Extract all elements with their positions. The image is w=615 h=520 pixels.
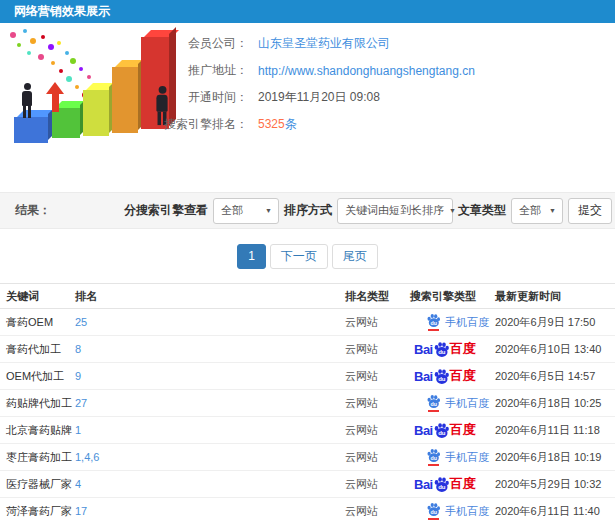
engine-cell: du 手机百度: [410, 390, 495, 417]
baidu-paw-icon: du: [426, 448, 441, 463]
engine-filter-selected: 全部: [221, 203, 243, 218]
company-row: 会员公司： 山东皇圣堂药业有限公司: [150, 30, 475, 57]
keyword-cell: 枣庄膏药加工: [0, 444, 75, 471]
svg-text:du: du: [438, 349, 446, 355]
open-time-value: 2019年11月20日 09:08: [258, 89, 380, 106]
rank-cell[interactable]: 25: [75, 309, 345, 336]
next-page-button[interactable]: 下一页: [270, 244, 328, 269]
baidu-paw-icon: du: [433, 368, 450, 385]
article-type-select[interactable]: 全部 ▼: [511, 198, 563, 224]
keyword-cell: 北京膏药贴牌: [0, 417, 75, 444]
last-page-button[interactable]: 尾页: [332, 244, 378, 269]
table-row: 医疗器械厂家4云网站 Bai du百度2020年5月29日 10:32: [0, 471, 615, 498]
updated-cell: 2020年6月5日 14:57: [495, 363, 615, 390]
keyword-cell: 菏泽膏药厂家: [0, 498, 75, 520]
keyword-cell: 医疗器械厂家: [0, 471, 75, 498]
baidu-paw-icon: du: [433, 476, 450, 493]
baidu-paw-icon: du: [433, 422, 450, 439]
svg-text:du: du: [431, 455, 437, 461]
rank-cell[interactable]: 27: [75, 390, 345, 417]
mobile-baidu-icon: du: [426, 313, 441, 331]
chart-bar-green: [52, 108, 80, 138]
company-label: 会员公司：: [150, 35, 248, 52]
updated-cell: 2020年6月11日 11:18: [495, 417, 615, 444]
rank-type-cell: 云网站: [345, 417, 410, 444]
red-underline: [428, 464, 439, 466]
mobile-baidu-icon: du: [426, 394, 441, 412]
chart-bar-blue: [14, 117, 48, 143]
engine-cell: Bai du百度: [410, 417, 495, 444]
baidu-paw-icon: du: [426, 502, 441, 517]
col-engine-type: 搜索引擎类型: [410, 284, 495, 309]
engine-cell: Bai du百度: [410, 336, 495, 363]
rank-cell[interactable]: 8: [75, 336, 345, 363]
rank-type-cell: 云网站: [345, 309, 410, 336]
updated-cell: 2020年6月18日 10:25: [495, 390, 615, 417]
baidu-paw-icon: du: [433, 341, 450, 358]
rank-type-cell: 云网站: [345, 336, 410, 363]
updated-cell: 2020年6月11日 11:40: [495, 498, 615, 520]
engine-rank-value: 5325条: [258, 116, 297, 133]
baidu-bai-text: Bai: [414, 423, 433, 438]
rank-cell[interactable]: 9: [75, 363, 345, 390]
svg-text:du: du: [438, 430, 446, 436]
rank-cell[interactable]: 4: [75, 471, 345, 498]
rank-cell[interactable]: 17: [75, 498, 345, 520]
sort-select[interactable]: 关键词由短到长排序 ▼: [337, 198, 453, 224]
svg-text:du: du: [431, 320, 437, 326]
mobile-baidu-label: 手机百度: [445, 450, 489, 465]
red-underline: [428, 410, 439, 412]
svg-text:du: du: [431, 401, 437, 407]
engine-cell: du 手机百度: [410, 309, 495, 336]
baidu-bai-text: Bai: [414, 342, 433, 357]
rank-type-cell: 云网站: [345, 498, 410, 520]
table-row: OEM代加工9云网站 Bai du百度2020年6月5日 14:57: [0, 363, 615, 390]
article-type-selected: 全部: [519, 203, 541, 218]
svg-text:du: du: [431, 509, 437, 515]
table-header: 关键词 排名 排名类型 搜索引擎类型 最新更新时间: [0, 284, 615, 309]
engine-filter-select[interactable]: 全部 ▼: [213, 198, 279, 224]
red-underline: [428, 329, 439, 331]
baidu-bai-text: Bai: [414, 477, 433, 492]
chevron-down-icon: ▼: [265, 207, 272, 214]
keyword-cell: 膏药OEM: [0, 309, 75, 336]
engine-rank-row: 搜索引擎排名： 5325条: [150, 111, 475, 138]
chevron-down-icon: ▼: [549, 207, 556, 214]
promo-url-link[interactable]: http://www.shandonghuangshengtang.cn: [258, 64, 475, 78]
rank-type-cell: 云网站: [345, 444, 410, 471]
rank-count-suffix: 条: [285, 117, 297, 131]
table-row: 枣庄膏药加工1,4,6云网站 du 手机百度2020年6月18日 10:19: [0, 444, 615, 471]
businessman-figure-left: [20, 83, 34, 118]
rank-cell[interactable]: 1: [75, 417, 345, 444]
svg-text:du: du: [438, 376, 446, 382]
baidu-paw-icon: du: [426, 313, 441, 328]
submit-button[interactable]: 提交: [568, 198, 612, 224]
baidu-paw-icon: du: [426, 394, 441, 409]
rank-type-cell: 云网站: [345, 363, 410, 390]
mobile-baidu-icon: du: [426, 502, 441, 520]
page-1-button[interactable]: 1: [237, 244, 266, 269]
sort-selected: 关键词由短到长排序: [345, 203, 444, 218]
rank-type-cell: 云网站: [345, 390, 410, 417]
table-row: 膏药代加工8云网站 Bai du百度2020年6月10日 13:40: [0, 336, 615, 363]
keyword-cell: 膏药代加工: [0, 336, 75, 363]
col-updated: 最新更新时间: [495, 284, 615, 309]
engine-filter-label: 分搜索引擎查看: [124, 202, 208, 219]
open-time-label: 开通时间：: [150, 89, 248, 106]
mobile-baidu-icon: du: [426, 448, 441, 466]
baidu-cn-text: 百度: [450, 475, 476, 493]
page-title: 网络营销效果展示: [0, 3, 110, 20]
mobile-baidu-logo: du 手机百度: [426, 313, 489, 331]
chart-bar-yellow: [83, 90, 109, 136]
result-label: 结果：: [15, 193, 51, 228]
rank-cell[interactable]: 1,4,6: [75, 444, 345, 471]
table-row: 菏泽膏药厂家17云网站 du 手机百度2020年6月11日 11:40: [0, 498, 615, 520]
baidu-cn-text: 百度: [450, 340, 476, 358]
company-link[interactable]: 山东皇圣堂药业有限公司: [258, 35, 390, 52]
baidu-cn-text: 百度: [450, 421, 476, 439]
keyword-cell: OEM代加工: [0, 363, 75, 390]
chart-bar-orange: [112, 67, 138, 133]
engine-rank-label: 搜索引擎排名：: [150, 116, 248, 133]
rank-count: 5325: [258, 117, 285, 131]
baidu-logo: Bai du百度: [414, 367, 476, 385]
